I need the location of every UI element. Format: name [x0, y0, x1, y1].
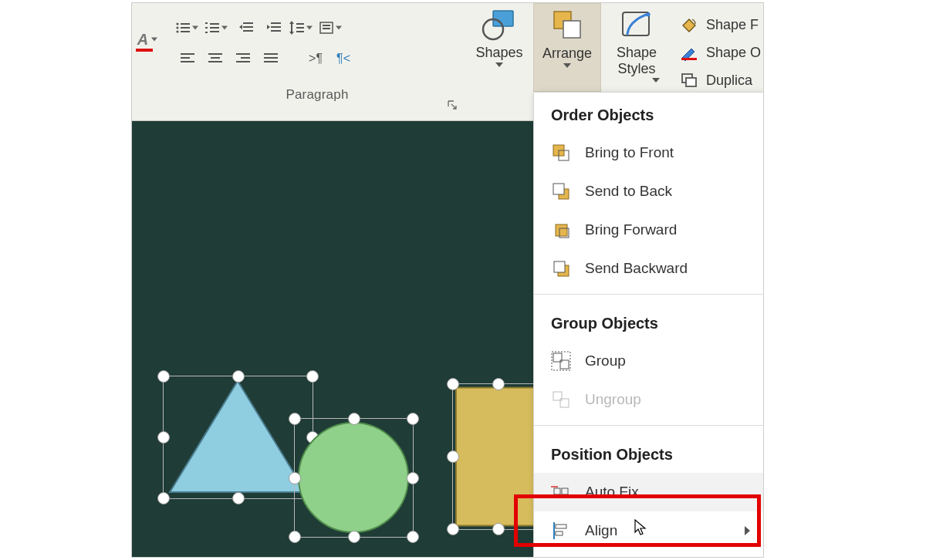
resize-handle[interactable] [447, 523, 459, 535]
resize-handle[interactable] [407, 472, 419, 484]
resize-handle[interactable] [157, 431, 170, 444]
line-spacing-button[interactable] [289, 15, 316, 41]
svg-rect-27 [323, 28, 330, 29]
svg-rect-16 [271, 22, 281, 24]
svg-marker-21 [289, 32, 294, 35]
send-backward-icon [551, 258, 571, 278]
align-right-icon [235, 52, 251, 65]
increase-indent-button[interactable] [261, 15, 287, 41]
rtl-button[interactable]: ¶< [330, 46, 357, 72]
bring-to-front-item[interactable]: Bring to Front [534, 133, 764, 172]
svg-rect-28 [181, 53, 194, 55]
bullets-icon [175, 22, 191, 34]
font-color-button[interactable]: A [135, 26, 161, 52]
svg-rect-10 [205, 32, 208, 33]
svg-rect-55 [553, 184, 564, 194]
resize-handle[interactable] [289, 531, 301, 543]
bullets-button[interactable] [174, 15, 202, 41]
bring-forward-item[interactable]: Bring Forward [534, 211, 764, 249]
resize-handle[interactable] [447, 378, 459, 390]
resize-handle[interactable] [157, 492, 170, 504]
justify-button[interactable] [258, 46, 284, 72]
resize-handle[interactable] [232, 370, 245, 383]
resize-handle[interactable] [289, 413, 301, 425]
align-left-icon [180, 52, 195, 65]
duplicate-label: Duplica [706, 73, 752, 89]
auto-fix-item[interactable]: Auto Fix [534, 473, 764, 511]
resize-handle[interactable] [289, 472, 301, 484]
svg-marker-15 [239, 25, 242, 29]
resize-handle[interactable] [348, 531, 360, 543]
align-left-button[interactable] [174, 46, 201, 72]
svg-rect-33 [208, 61, 222, 62]
svg-rect-11 [210, 31, 219, 32]
resize-handle[interactable] [447, 450, 459, 463]
shape-outline-button[interactable]: Shape O [680, 39, 761, 66]
resize-handle[interactable] [407, 413, 419, 425]
svg-point-50 [299, 423, 408, 532]
chevron-down-icon [563, 63, 571, 68]
send-to-back-icon [551, 181, 571, 201]
resize-handle[interactable] [157, 370, 170, 383]
send-to-back-item[interactable]: Send to Back [534, 172, 764, 211]
resize-handle[interactable] [492, 523, 505, 535]
resize-handle[interactable] [232, 492, 245, 504]
shapes-label: Shapes [475, 45, 522, 61]
shape-fill-icon [680, 16, 698, 33]
svg-rect-5 [181, 31, 190, 32]
chevron-down-icon [652, 78, 660, 83]
shapes-icon [481, 8, 518, 42]
ltr-icon: >¶ [309, 52, 323, 66]
svg-rect-29 [181, 57, 190, 59]
paragraph-dialog-launcher[interactable] [444, 97, 460, 113]
svg-rect-9 [210, 27, 219, 29]
selected-shape-rectangle[interactable] [452, 383, 545, 530]
svg-rect-8 [205, 27, 208, 29]
decrease-indent-button[interactable] [233, 15, 259, 41]
ltr-button[interactable]: >¶ [302, 46, 329, 72]
chevron-down-icon [495, 62, 503, 67]
duplicate-button[interactable]: Duplica [680, 66, 761, 94]
resize-handle[interactable] [407, 531, 419, 543]
selected-shape-circle[interactable] [294, 418, 414, 538]
svg-rect-37 [264, 53, 278, 55]
group-objects-header: Group Objects [534, 301, 764, 342]
svg-rect-6 [205, 22, 208, 24]
rectangle-shape [453, 384, 544, 529]
menu-label: Send to Back [585, 183, 672, 200]
shape-styles-label: Shape Styles [601, 45, 672, 76]
shape-styles-icon [618, 8, 655, 42]
align-right-button[interactable] [230, 46, 256, 72]
svg-rect-13 [243, 26, 253, 28]
decrease-indent-icon [238, 22, 254, 34]
resize-handle[interactable] [492, 378, 505, 390]
group-icon [551, 351, 571, 371]
app-frame: A [131, 2, 764, 558]
align-item[interactable]: Align [534, 511, 764, 550]
resize-handle[interactable] [306, 370, 319, 383]
submenu-arrow-icon [745, 526, 750, 535]
svg-rect-32 [211, 57, 220, 59]
shape-fill-label: Shape F [706, 17, 759, 33]
text-direction-button[interactable] [318, 15, 346, 41]
shape-fill-button[interactable]: Shape F [680, 11, 761, 39]
numbering-button[interactable] [204, 15, 231, 41]
shape-styles-button[interactable]: Shape Styles [601, 3, 672, 92]
svg-marker-49 [170, 381, 306, 492]
arrange-button[interactable]: Arrange [533, 3, 601, 92]
send-backward-item[interactable]: Send Backward [534, 249, 764, 288]
resize-handle[interactable] [348, 413, 360, 425]
svg-rect-35 [241, 57, 250, 59]
svg-rect-22 [296, 23, 304, 25]
align-center-button[interactable] [202, 46, 228, 72]
line-spacing-icon [289, 21, 305, 35]
arrange-icon [549, 8, 585, 42]
shapes-button[interactable]: Shapes [465, 3, 533, 92]
text-direction-icon [319, 21, 334, 35]
numbering-icon [204, 22, 220, 34]
svg-rect-1 [181, 23, 190, 25]
group-item[interactable]: Group [534, 342, 764, 380]
rtl-icon: ¶< [336, 52, 350, 66]
align-center-icon [208, 52, 223, 65]
svg-rect-48 [686, 78, 696, 86]
